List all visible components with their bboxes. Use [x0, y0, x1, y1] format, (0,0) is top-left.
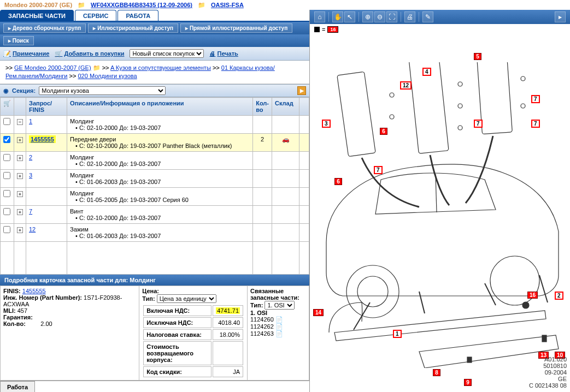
- row-checkbox[interactable]: [3, 118, 10, 125]
- table-row[interactable]: +2Молдинг• C: 02-10-2000 До: 19-03-2007: [1, 152, 309, 170]
- legend-swatch: [314, 27, 320, 32]
- nav-search[interactable]: Поиск: [3, 36, 34, 45]
- print-button[interactable]: 🖨Печать: [209, 50, 238, 57]
- svg-point-7: [458, 126, 462, 130]
- svg-point-9: [521, 104, 525, 108]
- col-stock: Склад: [272, 98, 299, 116]
- svg-point-6: [458, 104, 462, 108]
- print-icon-2[interactable]: 🖨: [404, 11, 415, 22]
- svg-rect-15: [542, 335, 547, 342]
- callout-7b[interactable]: 7: [531, 95, 540, 103]
- callout-7a[interactable]: 7: [474, 120, 483, 128]
- row-num-link[interactable]: 3: [29, 172, 32, 179]
- callout-9[interactable]: 9: [464, 379, 472, 386]
- crumb-group[interactable]: A Кузов и сопутствующие элементы: [110, 64, 211, 71]
- callout-6a[interactable]: 6: [380, 128, 387, 135]
- expand-toggle[interactable]: +: [17, 137, 23, 143]
- crumb-leaf[interactable]: 020 Молдинги кузова: [78, 73, 137, 79]
- crumb-model[interactable]: GE Mondeo 2000-2007 (GE): [14, 64, 91, 71]
- row-checkbox[interactable]: [3, 154, 10, 161]
- table-row[interactable]: −1Молдинг• C: 02-10-2000 До: 19-03-2007: [1, 116, 309, 134]
- vin-link[interactable]: WF04XXGBB46B83435 (12-09-2006): [91, 2, 192, 8]
- cart-icon: 🛒: [55, 50, 62, 57]
- nav-illus[interactable]: Иллюстрированный доступ: [88, 23, 178, 33]
- shopping-list-select[interactable]: Новый список покупок: [130, 49, 204, 58]
- home-icon[interactable]: ⌂: [314, 11, 325, 22]
- tab-work[interactable]: РАБОТА: [117, 10, 158, 21]
- row-num-link[interactable]: 2: [29, 154, 32, 161]
- oasis-link[interactable]: OASIS-FSA: [211, 2, 244, 8]
- car-diagram: [310, 62, 569, 368]
- related-type-select[interactable]: 1. OSI: [265, 301, 295, 310]
- table-row[interactable]: +3Молдинг• C: 01-06-2003 До: 19-03-2007: [1, 170, 309, 188]
- callout-14[interactable]: 14: [313, 309, 324, 316]
- callout-5[interactable]: 5: [474, 53, 481, 60]
- add-to-cart-button[interactable]: 🛒Добавить в покупки: [55, 50, 124, 57]
- print-icon: 🖨: [209, 50, 215, 57]
- nav-tree[interactable]: Дерево сборочных групп: [3, 23, 86, 33]
- callout-6b[interactable]: 6: [334, 178, 342, 185]
- diagram-viewer[interactable]: 3 4 5 6 6 12 7 7 7 7 14 1 2 16 8 9 10 11…: [310, 35, 570, 392]
- table-row[interactable]: +Молдинг• C: 01-05-2005 До: 19-03-2007 С…: [1, 188, 309, 206]
- note-button[interactable]: 📝Примечание: [3, 50, 49, 57]
- callout-8[interactable]: 8: [433, 369, 440, 376]
- model-label: Mondeo 2000-2007 (GE): [4, 2, 72, 8]
- svg-point-14: [522, 302, 529, 308]
- callout-12[interactable]: 12: [400, 81, 412, 90]
- work-tab[interactable]: Работа: [0, 381, 35, 392]
- zoom-out-icon[interactable]: ⊖: [374, 11, 385, 22]
- callout-4[interactable]: 4: [422, 68, 431, 76]
- detail-header: Подробная карточка запасной части для: М…: [0, 275, 309, 286]
- callout-7c[interactable]: 7: [531, 120, 540, 128]
- note-icon: 📝: [3, 50, 11, 57]
- detail-finis-link[interactable]: 1455555: [22, 288, 46, 294]
- table-row[interactable]: +12Зажим• C: 01-06-2003 До: 19-03-2007: [1, 224, 309, 242]
- detail-table: FINIS: 1455555 Инж. Номер (Part Number):…: [0, 286, 309, 381]
- row-num-link[interactable]: 7: [29, 208, 32, 215]
- svg-rect-1: [409, 62, 449, 153]
- svg-rect-16: [467, 357, 472, 363]
- row-checkbox[interactable]: [3, 136, 10, 143]
- callout-1[interactable]: 1: [393, 330, 402, 338]
- table-row[interactable]: +7Винт• C: 02-10-2000 До: 19-03-2007: [1, 206, 309, 224]
- table-row[interactable]: +1455555Передние двери• C: 02-10-2000 До…: [1, 134, 309, 152]
- finis-link[interactable]: 1455555: [29, 135, 56, 143]
- row-checkbox[interactable]: [3, 190, 10, 197]
- expand-toggle[interactable]: +: [17, 173, 23, 179]
- svg-point-4: [390, 115, 394, 119]
- svg-point-8: [521, 76, 525, 81]
- section-action-button[interactable]: ▶: [297, 86, 306, 95]
- section-select[interactable]: Молдинги кузова: [39, 86, 165, 95]
- row-num-link[interactable]: 1: [29, 118, 32, 124]
- hand-icon[interactable]: ✋: [332, 11, 343, 22]
- expand-toggle[interactable]: +: [17, 227, 23, 233]
- cart-col-icon: 🛒: [3, 100, 11, 106]
- row-checkbox[interactable]: [3, 208, 10, 215]
- row-checkbox[interactable]: [3, 172, 10, 179]
- tab-spare-parts[interactable]: ЗАПАСНЫЕ ЧАСТИ: [0, 10, 74, 21]
- expand-toggle[interactable]: −: [17, 119, 23, 125]
- tab-service[interactable]: СЕРВИС: [75, 10, 116, 21]
- cursor-icon[interactable]: ↖: [344, 11, 355, 22]
- zoom-in-icon[interactable]: ⊕: [362, 11, 373, 22]
- edit-icon[interactable]: ✎: [422, 11, 433, 22]
- callout-16[interactable]: 16: [527, 292, 538, 299]
- expand-icon[interactable]: ▸: [555, 11, 566, 22]
- callout-3[interactable]: 3: [322, 120, 331, 128]
- car-icon: 🚗: [282, 136, 290, 142]
- viewer-toolbar: ⌂ ✋ ↖ ⊕ ⊖ ⛶ 🖨 ✎ ▸: [310, 10, 570, 24]
- expand-toggle[interactable]: +: [17, 191, 23, 197]
- breadcrumb: >> GE Mondeo 2000-2007 (GE) 📁 >> A Кузов…: [0, 61, 309, 84]
- folder-icon-2: 📁: [198, 2, 205, 9]
- expand-toggle[interactable]: +: [17, 155, 23, 161]
- svg-rect-0: [337, 72, 375, 156]
- svg-point-5: [458, 82, 462, 86]
- row-num-link[interactable]: 12: [29, 226, 36, 233]
- expand-toggle[interactable]: +: [17, 209, 23, 215]
- callout-7d[interactable]: 7: [374, 166, 383, 174]
- price-type-select[interactable]: Цена за единицу: [157, 294, 216, 303]
- nav-direct[interactable]: Прямой иллюстрированный доступ: [180, 23, 292, 33]
- callout-2[interactable]: 2: [555, 292, 563, 300]
- row-checkbox[interactable]: [3, 226, 10, 233]
- fit-icon[interactable]: ⛶: [386, 11, 397, 22]
